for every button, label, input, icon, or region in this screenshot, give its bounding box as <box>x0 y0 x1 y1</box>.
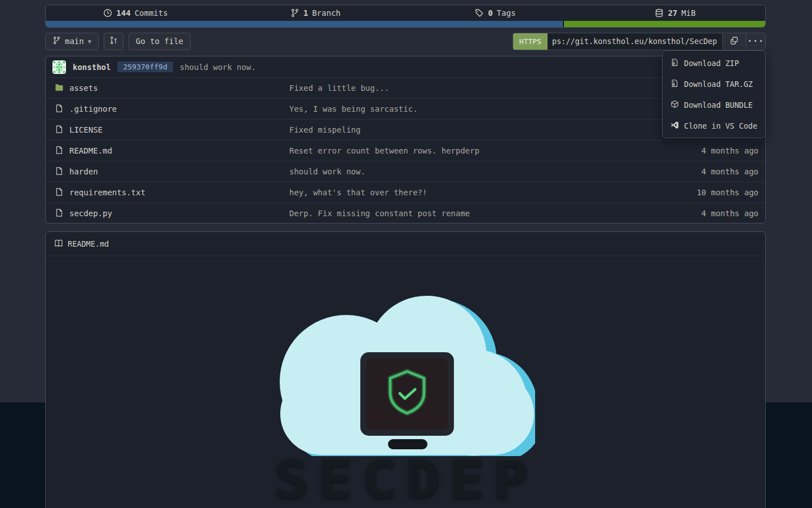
menu-item-label: Clone in VS Code <box>684 121 757 130</box>
file-commit-time: 4 months ago <box>701 146 758 155</box>
file-row-assets[interactable]: assets Fixed a little bug... <box>46 77 765 98</box>
branch-selector-label: main <box>65 37 84 46</box>
database-icon <box>655 8 664 17</box>
clone-url-input[interactable] <box>548 33 722 50</box>
language-bar[interactable] <box>46 21 765 27</box>
zip-file-icon <box>670 58 679 68</box>
monitor-graphic <box>360 352 454 449</box>
file-icon <box>55 125 64 135</box>
commit-hash-badge[interactable]: 259370ff9d <box>117 62 173 72</box>
language-segment-blue <box>46 21 563 27</box>
commits-label: Commits <box>135 8 168 17</box>
commit-author[interactable]: konsthol <box>73 63 111 72</box>
menu-item-label: Download ZIP <box>684 59 739 68</box>
tag-icon <box>475 8 484 17</box>
book-icon <box>54 239 63 249</box>
readme-card: README.md <box>45 231 766 508</box>
file-row-secdep[interactable]: secdep.py Derp. Fix missing constant pos… <box>46 203 765 224</box>
file-icon <box>55 146 64 156</box>
file-icon <box>55 167 64 177</box>
menu-item-label: Download TAR.GZ <box>684 80 753 89</box>
https-protocol-label: HTTPS <box>519 37 541 46</box>
file-name[interactable]: assets <box>69 84 98 93</box>
file-commit-message[interactable]: Reset error count between rows. herpderp <box>289 146 479 155</box>
file-commit-message[interactable]: Fixed a little bug... <box>289 84 389 93</box>
file-name[interactable]: secdep.py <box>69 209 112 218</box>
menu-item-download-targz[interactable]: Download TAR.GZ <box>663 73 765 94</box>
commit-message[interactable]: should work now. <box>180 63 256 72</box>
clone-url-group: HTTPS ··· <box>513 33 766 50</box>
go-to-file-button[interactable]: Go to file <box>129 33 191 50</box>
copy-url-button[interactable] <box>722 33 745 50</box>
file-commit-message[interactable]: Yes, I was being sarcastic. <box>289 104 418 113</box>
menu-item-download-zip[interactable]: Download ZIP <box>663 52 765 73</box>
stat-repo-size[interactable]: 27 MiB <box>585 8 765 17</box>
clock-icon <box>103 8 112 17</box>
more-actions-button[interactable]: ··· <box>745 33 765 50</box>
menu-item-clone-vscode[interactable]: Clone in VS Code <box>663 115 765 136</box>
branch-icon <box>290 8 299 17</box>
chevron-down-icon: ▼ <box>88 38 91 45</box>
https-protocol-button[interactable]: HTTPS <box>513 33 548 50</box>
file-row-requirements[interactable]: requirements.txt hey, what's that over t… <box>46 182 765 203</box>
file-name[interactable]: LICENSE <box>69 125 103 134</box>
file-icon <box>55 104 64 115</box>
tags-count: 0 <box>488 8 492 17</box>
file-row-license[interactable]: LICENSE Fixed mispeling <box>46 119 765 140</box>
copy-icon <box>730 36 739 47</box>
stat-commits[interactable]: 144 Commits <box>46 8 226 17</box>
file-commit-message[interactable]: hey, what's that over there?! <box>289 188 427 197</box>
file-row-readme[interactable]: README.md Reset error count between rows… <box>46 140 765 161</box>
readme-content: SECDEP <box>46 256 765 508</box>
repo-size-count: 27 <box>668 8 677 17</box>
file-commit-message[interactable]: Fixed mispeling <box>289 125 360 134</box>
ellipsis-icon: ··· <box>747 36 764 46</box>
secdep-logo-text: SECDEP <box>274 457 537 504</box>
file-row-gitignore[interactable]: .gitignore Yes, I was being sarcastic. <box>46 98 765 119</box>
latest-commit-row: konsthol 259370ff9d should work now. <box>46 56 765 77</box>
branch-icon <box>52 36 61 46</box>
avatar[interactable] <box>52 60 66 74</box>
file-commit-time: 10 months ago <box>696 188 758 197</box>
file-commit-time: 4 months ago <box>701 209 758 218</box>
readme-header: README.md <box>46 232 765 256</box>
file-name[interactable]: .gitignore <box>69 104 117 113</box>
branch-selector[interactable]: main ▼ <box>45 33 99 50</box>
zip-file-icon <box>670 79 679 89</box>
repo-size-label: MiB <box>681 8 695 17</box>
repo-stats-bar: 144 Commits 1 Branch 0 Tags 27 MiB <box>45 5 766 28</box>
repo-toolbar: main ▼ Go to file HTTPS ··· <box>45 32 766 50</box>
menu-item-download-bundle[interactable]: Download BUNDLE <box>663 94 765 115</box>
file-list-card: konsthol 259370ff9d should work now. ass… <box>45 56 766 224</box>
stat-branches[interactable]: 1 Branch <box>226 8 405 17</box>
branches-count: 1 <box>303 8 308 17</box>
tags-label: Tags <box>497 8 516 17</box>
file-commit-message[interactable]: should work now. <box>289 167 365 176</box>
file-name[interactable]: README.md <box>69 146 112 155</box>
file-name[interactable]: harden <box>69 167 98 176</box>
download-dropdown-menu: Download ZIP Download TAR.GZ Download BU… <box>662 50 766 138</box>
readme-title: README.md <box>68 239 109 248</box>
secdep-logo-image <box>276 287 535 456</box>
folder-icon <box>55 83 64 94</box>
menu-item-label: Download BUNDLE <box>684 100 753 110</box>
file-icon <box>55 208 64 219</box>
file-icon <box>55 187 64 198</box>
file-commit-time: 4 months ago <box>701 167 758 176</box>
language-segment-green <box>564 21 765 27</box>
file-name[interactable]: requirements.txt <box>69 188 145 197</box>
go-to-file-label: Go to file <box>136 37 183 46</box>
file-row-harden[interactable]: harden should work now. 4 months ago <box>46 161 765 182</box>
stat-tags[interactable]: 0 Tags <box>405 8 585 17</box>
file-commit-message[interactable]: Derp. Fix missing constant post rename <box>289 209 470 218</box>
compare-branches-button[interactable] <box>104 33 123 50</box>
compare-icon <box>109 36 118 46</box>
vscode-icon <box>670 121 679 131</box>
branches-label: Branch <box>312 8 341 17</box>
package-icon <box>670 100 679 110</box>
commits-count: 144 <box>116 8 130 17</box>
